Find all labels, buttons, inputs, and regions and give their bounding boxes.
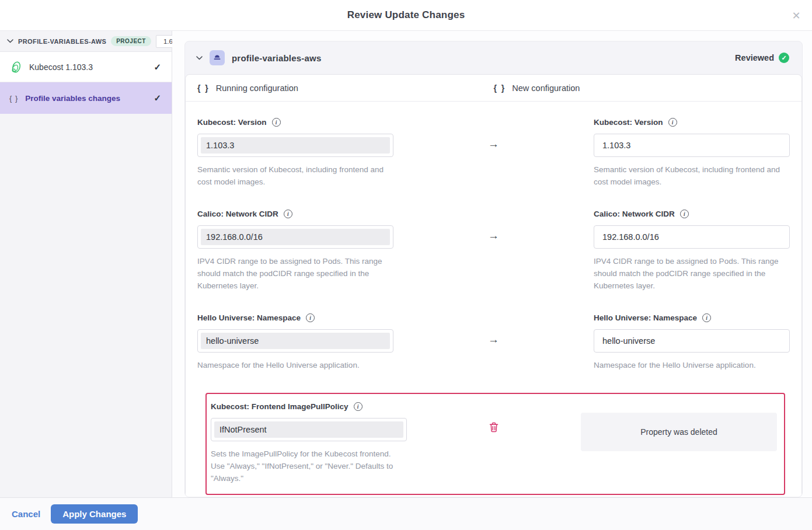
modal-header: Review Update Changes ✕ <box>0 0 812 31</box>
sidebar-item-label: Profile variables changes <box>25 94 120 103</box>
status-check-icon: ✓ <box>779 53 789 63</box>
chevron-down-icon[interactable] <box>196 56 203 60</box>
apply-changes-button[interactable]: Apply Changes <box>51 504 138 524</box>
info-icon[interactable]: i <box>354 402 363 411</box>
reviewed-check-icon: ✓ <box>154 62 161 72</box>
braces-icon: { } <box>9 94 18 103</box>
running-config-label: Running configuration <box>216 83 298 93</box>
arrow-right-icon: → <box>488 138 499 151</box>
field-label: Calico: Network CIDR i <box>594 210 790 218</box>
field-description: IPV4 CIDR range to be assigned to Pods. … <box>197 255 393 292</box>
braces-icon: { } <box>197 83 210 93</box>
braces-icon: { } <box>494 83 506 93</box>
close-icon[interactable]: ✕ <box>789 8 804 23</box>
running-value-text: 192.168.0.0/16 <box>201 229 390 245</box>
new-field: Kubecost: Version i 1.103.3 Semantic ver… <box>594 118 790 188</box>
running-field: Kubecost: Frontend ImagePullPolicy i IfN… <box>211 402 407 484</box>
running-value-text: 1.103.3 <box>201 137 390 154</box>
running-value-text: IfNotPresent <box>214 421 403 438</box>
delete-trash-icon[interactable] <box>407 422 581 433</box>
info-icon[interactable]: i <box>680 210 689 218</box>
info-icon[interactable]: i <box>702 313 711 322</box>
reviewed-check-icon: ✓ <box>154 93 161 103</box>
property-deleted-message: Property was deleted <box>581 413 777 451</box>
chevron-down-icon[interactable] <box>7 39 13 43</box>
running-config-header: { } Running configuration <box>186 83 494 93</box>
field-label: Kubecost: Version i <box>594 118 790 127</box>
new-config-label: New configuration <box>512 83 580 93</box>
field-label-text: Kubecost: Version <box>594 118 663 127</box>
field-label: Calico: Network CIDR i <box>197 210 393 218</box>
field-description: Namespace for the Hello Universe applica… <box>594 359 790 371</box>
field-description: IPV4 CIDR range to be assigned to Pods. … <box>594 255 790 292</box>
panel-header: profile-variables-aws Reviewed ✓ <box>185 41 802 74</box>
profile-panel: profile-variables-aws Reviewed ✓ { } Run… <box>184 41 803 497</box>
field-description: Namespace for the Hello Universe applica… <box>197 359 393 371</box>
running-field: Calico: Network CIDR i 192.168.0.0/16 IP… <box>197 210 393 292</box>
new-value-input[interactable]: 1.103.3 <box>594 134 790 157</box>
new-field: Hello Universe: Namespace i hello-univer… <box>594 313 790 371</box>
configuration-card: { } Running configuration { } New config… <box>185 74 802 497</box>
field-label-text: Kubecost: Version <box>197 118 267 127</box>
field-description: Semantic version of Kubecost, including … <box>594 163 790 188</box>
review-status: Reviewed ✓ <box>735 53 789 63</box>
panel-title: profile-variables-aws <box>232 53 321 63</box>
change-indicator: → <box>393 138 594 151</box>
project-badge: PROJECT <box>111 36 151 46</box>
info-icon[interactable]: i <box>272 118 281 127</box>
field-label: Hello Universe: Namespace i <box>594 313 790 322</box>
field-label-text: Calico: Network CIDR <box>594 210 675 218</box>
new-config-header: { } New configuration <box>494 83 802 93</box>
status-label: Reviewed <box>735 53 774 62</box>
field-label-text: Hello Universe: Namespace <box>594 313 697 322</box>
change-indicator: → <box>393 333 594 346</box>
field-label: Hello Universe: Namespace i <box>197 313 393 322</box>
field-row-kubecost-version: Kubecost: Version i 1.103.3 Semantic ver… <box>197 118 790 188</box>
new-value-input[interactable]: 192.168.0.0/16 <box>594 225 790 249</box>
deleted-property-block: Kubecost: Frontend ImagePullPolicy i IfN… <box>205 393 785 495</box>
running-value-input[interactable]: hello-universe <box>197 329 393 353</box>
field-label-text: Hello Universe: Namespace <box>197 313 301 322</box>
field-description: Semantic version of Kubecost, including … <box>197 163 393 188</box>
field-label-text: Calico: Network CIDR <box>197 210 278 218</box>
running-field: Kubecost: Version i 1.103.3 Semantic ver… <box>197 118 393 188</box>
new-field: Property was deleted <box>581 402 777 451</box>
running-value-input[interactable]: 1.103.3 <box>197 134 393 157</box>
new-value-input[interactable]: hello-universe <box>594 329 790 353</box>
card-content: Kubecost: Version i 1.103.3 Semantic ver… <box>186 102 801 495</box>
field-label: Kubecost: Frontend ImagePullPolicy i <box>211 402 407 411</box>
profile-sidebar: PROFILE-VARIABLES-AWS PROJECT 1.6.0 Kube… <box>0 31 172 497</box>
running-value-input[interactable]: 192.168.0.0/16 <box>197 225 393 249</box>
main-area: profile-variables-aws Reviewed ✓ { } Run… <box>172 31 812 497</box>
sidebar-filler <box>0 114 172 497</box>
running-value-input[interactable]: IfNotPresent <box>211 418 407 441</box>
arrow-right-icon: → <box>488 333 499 346</box>
sidebar-item-label: Kubecost 1.103.3 <box>29 62 93 72</box>
change-indicator: → <box>393 229 594 242</box>
modal-title: Review Update Changes <box>347 9 465 21</box>
field-row-hello-universe-namespace: Hello Universe: Namespace i hello-univer… <box>197 313 790 371</box>
card-header: { } Running configuration { } New config… <box>186 75 801 102</box>
info-icon[interactable]: i <box>284 210 292 218</box>
running-value-text: hello-universe <box>201 333 390 349</box>
new-field: Calico: Network CIDR i 192.168.0.0/16 IP… <box>594 210 790 292</box>
new-value-text: 192.168.0.0/16 <box>597 229 786 245</box>
kubecost-logo-icon <box>9 60 22 74</box>
info-icon[interactable]: i <box>306 313 315 322</box>
info-icon[interactable]: i <box>668 118 677 127</box>
arrow-right-icon: → <box>488 229 499 242</box>
field-label-text: Kubecost: Frontend ImagePullPolicy <box>211 402 349 411</box>
field-row-calico-cidr: Calico: Network CIDR i 192.168.0.0/16 IP… <box>197 210 790 292</box>
new-value-text: hello-universe <box>597 333 786 349</box>
running-field: Hello Universe: Namespace i hello-univer… <box>197 313 393 371</box>
cancel-button[interactable]: Cancel <box>12 509 40 519</box>
field-description: Sets the ImagePullPolicy for the Kubecos… <box>211 448 407 484</box>
profile-pack-icon <box>210 50 225 65</box>
sidebar-item-profile-variables[interactable]: { } Profile variables changes ✓ <box>0 82 172 114</box>
modal-footer: Cancel Apply Changes <box>0 497 812 530</box>
new-value-text: 1.103.3 <box>597 137 786 154</box>
profile-name: PROFILE-VARIABLES-AWS <box>18 38 106 45</box>
field-label: Kubecost: Version i <box>197 118 393 127</box>
sidebar-profile-header[interactable]: PROFILE-VARIABLES-AWS PROJECT 1.6.0 <box>0 31 172 52</box>
sidebar-item-kubecost[interactable]: Kubecost 1.103.3 ✓ <box>0 52 172 82</box>
